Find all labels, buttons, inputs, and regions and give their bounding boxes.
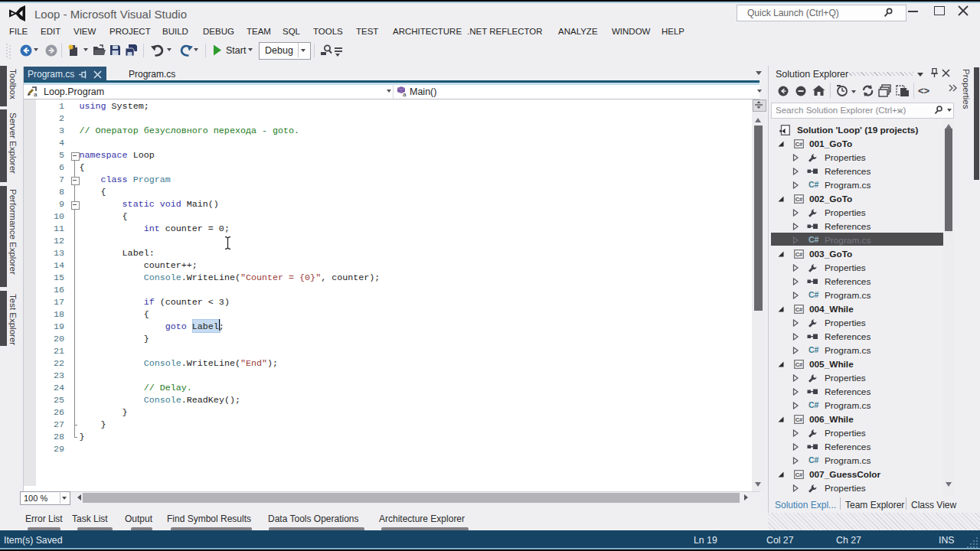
svg-text:C#: C# [795,196,803,203]
svg-text:a: a [34,91,38,97]
svg-text:C#: C# [795,251,803,258]
svg-text:C#: C# [795,471,803,478]
svg-text:C#: C# [795,306,803,313]
svg-text:a: a [403,91,407,97]
svg-text:C#: C# [795,361,803,368]
svg-text:C#: C# [795,141,803,148]
svg-text:C#: C# [795,416,803,423]
